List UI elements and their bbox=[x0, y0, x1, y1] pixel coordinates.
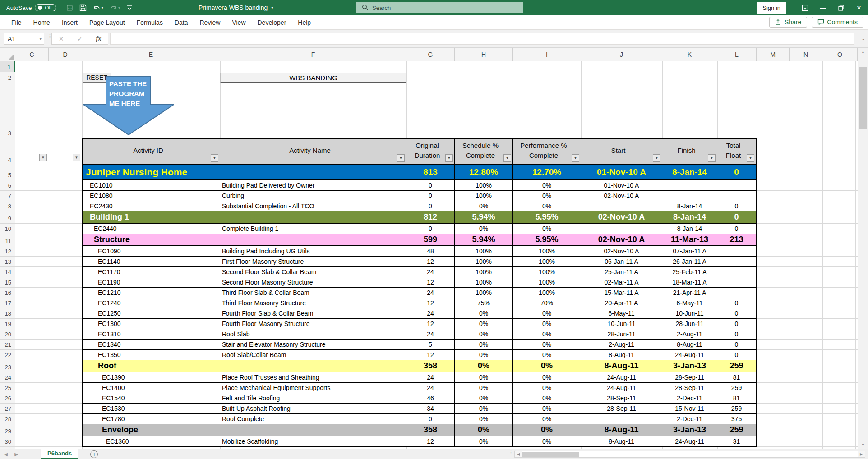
activity-row-ec1400[interactable]: EC1400Place Mechanical Equipment Support… bbox=[15, 383, 858, 393]
cell-finish[interactable] bbox=[662, 191, 717, 201]
cell-activity-name[interactable]: Mobilize Scaffolding bbox=[220, 436, 406, 447]
cell-performance-pct[interactable]: 0% bbox=[513, 424, 581, 436]
ribbon-tab-review[interactable]: Review bbox=[194, 16, 226, 29]
activity-row-ec1010[interactable]: EC1010Building Pad Delivered by Owner010… bbox=[15, 180, 858, 191]
column-header-k[interactable]: K bbox=[662, 48, 717, 61]
activity-row-ec1350[interactable]: EC1350Roof Slab/Collar Beam120%0%8-Aug-1… bbox=[15, 350, 858, 360]
cell-activity-name[interactable] bbox=[220, 424, 406, 436]
cancel-entry-icon[interactable]: ✕ bbox=[59, 35, 64, 42]
row-header-13[interactable]: 13 bbox=[0, 257, 15, 267]
cell-performance-pct[interactable]: 70% bbox=[513, 298, 581, 308]
cell-total-float[interactable]: 259 bbox=[717, 404, 757, 414]
cell-activity-id[interactable]: EC1780 bbox=[82, 414, 220, 424]
formula-input[interactable] bbox=[110, 33, 854, 45]
ribbon-tab-file[interactable]: File bbox=[5, 16, 28, 29]
cell-activity-id[interactable]: EC1310 bbox=[82, 329, 220, 340]
cell-start[interactable]: 02-Nov-10 A bbox=[581, 234, 662, 246]
cell-schedule-pct[interactable]: 0% bbox=[455, 414, 513, 424]
cell-schedule-pct[interactable]: 0% bbox=[455, 329, 513, 340]
cell-schedule-pct[interactable]: 0% bbox=[455, 224, 513, 234]
cell-finish[interactable]: 3-Jan-13 bbox=[662, 424, 717, 436]
cell-activity-name[interactable] bbox=[220, 234, 406, 246]
cell-total-float[interactable]: 0 bbox=[717, 308, 757, 319]
activity-row-ec1240[interactable]: EC1240Third Floor Masonry Structure1275%… bbox=[15, 298, 858, 308]
cell-schedule-pct[interactable]: 100% bbox=[455, 246, 513, 257]
cell-performance-pct[interactable]: 0% bbox=[513, 372, 581, 383]
activity-row-ec1390[interactable]: EC1390Place Roof Trusses and Sheathing24… bbox=[15, 372, 858, 383]
cell-start[interactable]: 01-Nov-10 A bbox=[581, 180, 662, 191]
cell-schedule-pct[interactable]: 100% bbox=[455, 180, 513, 191]
scroll-right-icon[interactable]: ▶ bbox=[858, 451, 865, 457]
cell-finish[interactable]: 28-Sep-11 bbox=[662, 372, 717, 383]
cell-schedule-pct[interactable]: 100% bbox=[455, 277, 513, 288]
filter-dropdown-icon[interactable]: ▼ bbox=[503, 154, 511, 162]
cell-activity-id[interactable]: EC1390 bbox=[82, 372, 220, 383]
cell-original-duration[interactable]: 12 bbox=[406, 298, 455, 308]
cell-total-float[interactable]: 0 bbox=[717, 211, 757, 224]
cell-finish[interactable]: 24-Aug-11 bbox=[662, 436, 717, 447]
cell-activity-name[interactable]: Roof Slab bbox=[220, 329, 406, 340]
cell-activity-name[interactable]: Place Mechanical Equipment Supports bbox=[220, 383, 406, 393]
cell-total-float[interactable]: 0 bbox=[717, 350, 757, 360]
row-header-12[interactable]: 12 bbox=[0, 246, 15, 257]
cell-activity-id[interactable]: EC1140 bbox=[82, 257, 220, 267]
cell-activity-name[interactable]: Felt and Tile Roofing bbox=[220, 393, 406, 404]
cell-activity-name[interactable]: Roof Slab/Collar Beam bbox=[220, 350, 406, 360]
band-row-juniper-nursing-home[interactable]: Juniper Nursing Home81312.80%12.70%01-No… bbox=[15, 165, 858, 180]
cell-total-float[interactable]: 213 bbox=[717, 234, 757, 246]
cell-total-float[interactable]: 81 bbox=[717, 372, 757, 383]
cell-performance-pct[interactable]: 100% bbox=[513, 288, 581, 298]
cell-activity-name[interactable]: Third Floor Masonry Structure bbox=[220, 298, 406, 308]
cell-start[interactable]: 10-Jun-11 bbox=[581, 319, 662, 329]
activity-row-ec1310[interactable]: EC1310Roof Slab240%0%28-Jun-112-Aug-110 bbox=[15, 329, 858, 340]
row-header-5[interactable]: 5 bbox=[0, 165, 15, 180]
table-header-activity-id[interactable]: Activity ID▼ bbox=[82, 138, 220, 165]
cell-total-float[interactable] bbox=[717, 267, 757, 277]
filter-dropdown-icon[interactable]: ▼ bbox=[445, 154, 453, 162]
cell-start[interactable]: 02-Mar-11 A bbox=[581, 277, 662, 288]
cell-total-float[interactable] bbox=[717, 288, 757, 298]
cell-finish[interactable]: 28-Sep-11 bbox=[662, 383, 717, 393]
column-header-e[interactable]: E bbox=[82, 48, 220, 61]
ribbon-display-options-icon[interactable] bbox=[796, 0, 814, 15]
confirm-entry-icon[interactable]: ✓ bbox=[77, 35, 83, 42]
cell-total-float[interactable] bbox=[717, 180, 757, 191]
cell-schedule-pct[interactable]: 12.80% bbox=[455, 165, 513, 180]
filter-dropdown-icon[interactable]: ▼ bbox=[747, 154, 754, 162]
cell-performance-pct[interactable]: 0% bbox=[513, 180, 581, 191]
cell-schedule-pct[interactable]: 0% bbox=[455, 404, 513, 414]
cell-start[interactable]: 2-Aug-11 bbox=[581, 340, 662, 350]
cell-start[interactable]: 15-Mar-11 A bbox=[581, 288, 662, 298]
cell-original-duration[interactable]: 24 bbox=[406, 329, 455, 340]
cell-finish[interactable]: 18-Mar-11 A bbox=[662, 277, 717, 288]
cell-schedule-pct[interactable]: 0% bbox=[455, 372, 513, 383]
cell-original-duration[interactable]: 812 bbox=[406, 211, 455, 224]
restore-button[interactable] bbox=[832, 0, 850, 15]
sheet-row-1[interactable] bbox=[15, 61, 858, 72]
cell-performance-pct[interactable]: 100% bbox=[513, 257, 581, 267]
cell-start[interactable]: 06-Jan-11 A bbox=[581, 257, 662, 267]
cell-total-float[interactable] bbox=[717, 246, 757, 257]
table-header-total-float[interactable]: Total Float▼ bbox=[717, 138, 757, 165]
column-header-m[interactable]: M bbox=[757, 48, 790, 61]
cell-original-duration[interactable]: 12 bbox=[406, 350, 455, 360]
row-header-30[interactable]: 30 bbox=[0, 436, 15, 447]
cell-total-float[interactable]: 0 bbox=[717, 298, 757, 308]
row-header-14[interactable]: 14 bbox=[0, 267, 15, 277]
row-header-16[interactable]: 16 bbox=[0, 288, 15, 298]
cell-schedule-pct[interactable]: 0% bbox=[455, 201, 513, 211]
column-header-i[interactable]: I bbox=[513, 48, 581, 61]
cell-activity-id[interactable]: EC1530 bbox=[82, 404, 220, 414]
cell-finish[interactable]: 8-Jan-14 bbox=[662, 201, 717, 211]
cell-schedule-pct[interactable]: 0% bbox=[455, 319, 513, 329]
cell-activity-id[interactable]: Juniper Nursing Home bbox=[82, 165, 220, 180]
cell-start[interactable]: 8-Aug-11 bbox=[581, 350, 662, 360]
cell-activity-id[interactable]: EC2430 bbox=[82, 201, 220, 211]
cell-activity-id[interactable]: EC1340 bbox=[82, 340, 220, 350]
cell-activity-id[interactable]: EC1090 bbox=[82, 246, 220, 257]
cell-activity-name[interactable]: First Floor Masonry Structure bbox=[220, 257, 406, 267]
cell-activity-id[interactable]: EC1360 bbox=[82, 436, 220, 447]
cell-activity-name[interactable]: Substantial Completion - All TCO bbox=[220, 201, 406, 211]
prev-sheet-icon[interactable]: ◀ bbox=[0, 452, 12, 457]
cell-original-duration[interactable]: 358 bbox=[406, 360, 455, 372]
